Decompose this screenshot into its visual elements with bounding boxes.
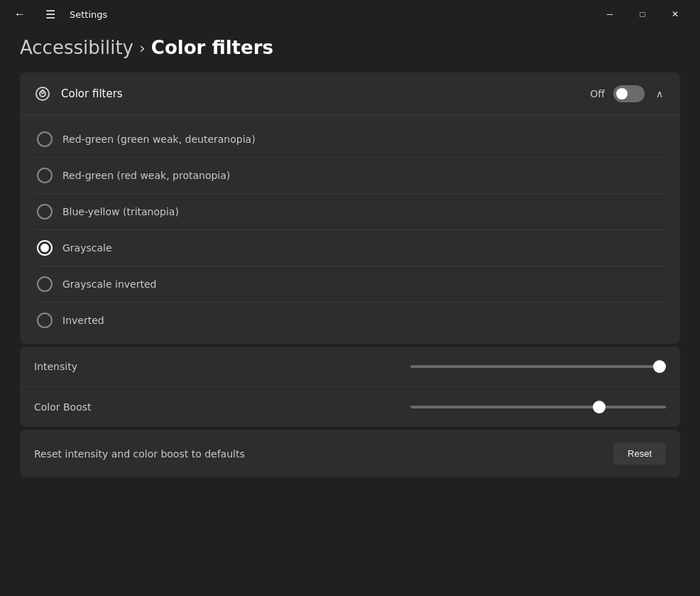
title-bar: ← ☰ Settings ─ □ ✕: [0, 0, 700, 28]
reset-button[interactable]: Reset: [613, 443, 666, 465]
list-item[interactable]: Grayscale: [34, 230, 666, 266]
accessibility-icon: [34, 85, 51, 102]
close-button[interactable]: ✕: [659, 3, 691, 26]
color-boost-label: Color Boost: [34, 401, 119, 413]
color-filters-title: Color filters: [61, 87, 123, 100]
radio-grayscale-inverted[interactable]: [37, 276, 53, 292]
breadcrumb-separator: ›: [139, 39, 146, 57]
main-content: Color filters Off ∧ Red-green (green wea…: [20, 72, 680, 477]
toggle-status-label: Off: [590, 88, 605, 99]
radio-grayscale[interactable]: [37, 240, 53, 256]
toggle-track: [613, 85, 645, 102]
color-boost-row: Color Boost: [20, 387, 680, 427]
breadcrumb-parent[interactable]: Accessibility: [20, 37, 133, 58]
toggle-thumb: [616, 88, 628, 99]
radio-label-protanopia: Red-green (red weak, protanopia): [62, 170, 230, 181]
sliders-section: Intensity Color Boost: [20, 347, 680, 427]
app-title: Settings: [70, 9, 107, 20]
list-item[interactable]: Grayscale inverted: [34, 266, 666, 303]
color-boost-slider-container: [410, 400, 666, 414]
breadcrumb: Accessibility › Color filters: [0, 28, 700, 72]
radio-tritanopia[interactable]: [37, 204, 53, 220]
title-bar-left: ← ☰ Settings: [9, 5, 107, 24]
radio-label-tritanopia: Blue-yellow (tritanopia): [62, 206, 179, 217]
back-button[interactable]: ←: [9, 5, 31, 23]
radio-protanopia[interactable]: [37, 168, 53, 183]
window-controls: ─ □ ✕: [594, 3, 691, 26]
collapse-button[interactable]: ∧: [653, 85, 666, 102]
color-boost-slider[interactable]: [410, 406, 666, 408]
reset-row: Reset intensity and color boost to defau…: [20, 430, 680, 477]
radio-options: Red-green (green weak, deuteranopia) Red…: [20, 116, 680, 344]
radio-label-grayscale-inverted: Grayscale inverted: [62, 278, 156, 290]
color-filters-card: Color filters Off ∧ Red-green (green wea…: [20, 72, 680, 344]
color-filters-header-left: Color filters: [34, 85, 123, 102]
color-filters-header-right: Off ∧: [590, 85, 666, 102]
list-item[interactable]: Red-green (red weak, protanopia): [34, 158, 666, 194]
list-item[interactable]: Inverted: [34, 303, 666, 338]
radio-inverted[interactable]: [37, 313, 53, 328]
list-item[interactable]: Red-green (green weak, deuteranopia): [34, 121, 666, 158]
color-filters-toggle[interactable]: [613, 85, 645, 102]
reset-label: Reset intensity and color boost to defau…: [34, 448, 245, 460]
maximize-button[interactable]: □: [626, 3, 659, 26]
breadcrumb-current: Color filters: [151, 37, 273, 58]
radio-label-inverted: Inverted: [62, 315, 104, 326]
radio-label-deuteranopia: Red-green (green weak, deuteranopia): [62, 134, 256, 145]
color-filters-header: Color filters Off ∧: [20, 72, 680, 116]
intensity-slider-container: [410, 359, 666, 374]
radio-label-grayscale: Grayscale: [62, 242, 112, 254]
radio-deuteranopia[interactable]: [37, 131, 53, 147]
intensity-row: Intensity: [20, 347, 680, 387]
intensity-slider[interactable]: [410, 365, 666, 368]
menu-button[interactable]: ☰: [40, 5, 61, 24]
list-item[interactable]: Blue-yellow (tritanopia): [34, 194, 666, 230]
intensity-label: Intensity: [34, 361, 119, 372]
minimize-button[interactable]: ─: [594, 3, 626, 26]
